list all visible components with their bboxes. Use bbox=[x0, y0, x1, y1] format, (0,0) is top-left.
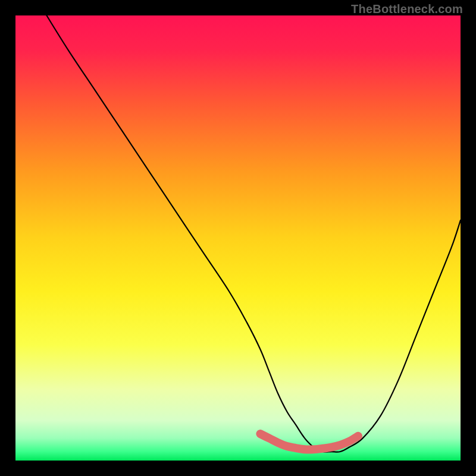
chart-frame: TheBottleneck.com bbox=[0, 0, 476, 476]
gradient-bg bbox=[15, 15, 461, 461]
attribution-text: TheBottleneck.com bbox=[351, 2, 463, 16]
plot-area bbox=[15, 15, 461, 461]
chart-svg bbox=[15, 15, 461, 461]
